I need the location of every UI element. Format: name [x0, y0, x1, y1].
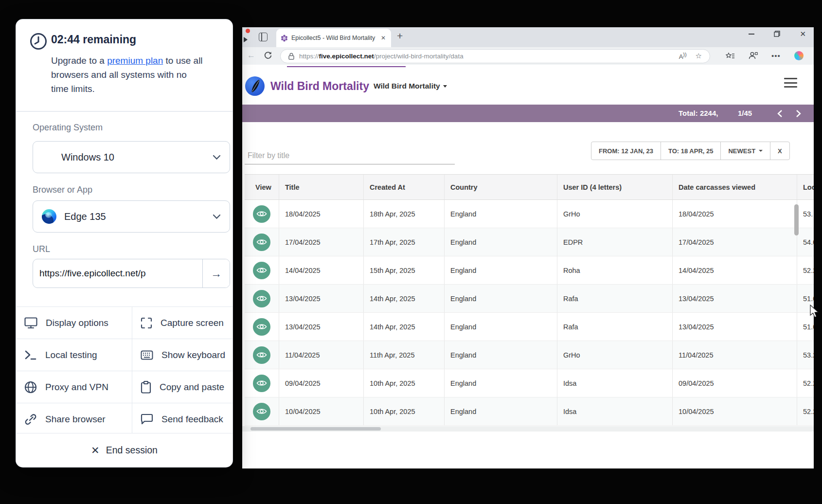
title-cell: 11/04/2025 [279, 341, 363, 369]
location-cell: 53.2 [797, 341, 814, 369]
table-row: 14/04/202515th Apr, 2025EnglandRoha14/04… [245, 256, 814, 285]
date-viewed-cell: 13/04/2025 [672, 285, 797, 312]
created-at-cell: 14th Apr, 2025 [363, 285, 444, 312]
sort-newest-button[interactable]: NEWEST [720, 142, 770, 160]
project-menu[interactable]: Wild Bird Mortality [374, 82, 447, 90]
keyboard-icon [141, 350, 153, 360]
profile-icon[interactable] [749, 52, 758, 60]
refresh-icon[interactable] [264, 51, 272, 60]
display-options-button[interactable]: Display options [16, 307, 132, 339]
eye-icon [256, 238, 267, 246]
view-entry-button[interactable] [253, 205, 270, 223]
upgrade-text: Upgrade to a premium plan to use all bro… [51, 54, 205, 96]
filter-from-button[interactable]: FROM: 12 JAN, 23 [591, 142, 661, 160]
link-icon [24, 413, 37, 426]
filter-by-title-input[interactable] [245, 141, 455, 164]
view-entry-button[interactable] [253, 318, 270, 336]
horizontal-scrollbar-thumb[interactable] [250, 427, 381, 431]
epicollect-logo[interactable] [245, 76, 265, 96]
table-row: 10/04/202510th Apr, 2025EnglandIdsa10/04… [245, 397, 814, 426]
browser-select[interactable]: Edge 135 [33, 200, 230, 233]
site-header: Wild Bird Mortality Wild Bird Mortality [245, 71, 447, 101]
view-entry-button[interactable] [253, 375, 270, 392]
end-session-button[interactable]: ✕ End session [16, 433, 232, 467]
table-row: 13/04/202514th Apr, 2025EnglandRafa13/04… [245, 313, 814, 341]
mouse-cursor [809, 305, 820, 318]
os-value: Windows 10 [61, 152, 205, 163]
globe-icon [24, 381, 37, 394]
created-at-cell: 17th Apr, 2025 [363, 228, 444, 256]
user-id-cell: Rafa [557, 313, 672, 341]
chat-icon [141, 414, 153, 425]
proxy-vpn-button[interactable]: Proxy and VPN [16, 371, 132, 403]
title-cell: 13/04/2025 [279, 313, 363, 341]
date-viewed-cell: 10/04/2025 [672, 397, 797, 425]
browser-toolbar: ← https://five.epicollect.net/project/wi… [242, 47, 814, 65]
url-input-row: → [33, 259, 230, 288]
clock-icon [29, 32, 48, 51]
eye-icon [256, 295, 267, 302]
session-actions-grid: Display options Capture screen Local tes… [16, 306, 232, 435]
local-testing-button[interactable]: Local testing [16, 339, 132, 371]
close-button[interactable]: ✕ [800, 30, 806, 37]
browser-tab[interactable]: Epicollect5 - Wild Bird Mortality ✕ [276, 29, 391, 47]
restore-button[interactable] [774, 31, 780, 37]
view-cell [245, 341, 279, 369]
copy-paste-button[interactable]: Copy and paste [132, 371, 232, 403]
copilot-icon[interactable] [794, 51, 804, 60]
new-tab-button[interactable]: + [397, 30, 403, 42]
chevron-down-icon [759, 150, 763, 152]
created-at-cell: 11th Apr, 2025 [363, 341, 444, 369]
view-entry-button[interactable] [253, 403, 270, 420]
feather-icon [245, 76, 265, 96]
title-cell: 13/04/2025 [279, 285, 363, 312]
settings-more-icon[interactable]: ••• [771, 52, 781, 60]
view-entry-button[interactable] [253, 262, 270, 279]
view-entry-button[interactable] [253, 234, 270, 251]
premium-plan-link[interactable]: premium plan [107, 55, 163, 66]
country-cell: England [444, 228, 557, 256]
go-arrow-button[interactable]: → [202, 259, 230, 288]
location-cell: 52.2 [797, 256, 814, 284]
clipboard-icon [141, 381, 151, 394]
tab-close-icon[interactable]: ✕ [380, 35, 387, 41]
url-input[interactable] [33, 259, 202, 288]
os-select[interactable]: Windows 10 [33, 141, 230, 173]
next-page-button[interactable] [793, 108, 804, 119]
horizontal-scrollbar[interactable] [242, 426, 814, 432]
favorites-hub-icon[interactable] [726, 52, 735, 60]
column-header-location: Loc [797, 175, 814, 199]
user-id-cell: GrHo [557, 200, 672, 228]
back-icon[interactable]: ← [247, 51, 255, 60]
table-row: 11/04/202511th Apr, 2025EnglandGrHo11/04… [245, 341, 814, 369]
favorite-star-icon[interactable]: ☆ [696, 52, 702, 60]
filter-to-button[interactable]: TO: 18 APR, 25 [661, 142, 721, 160]
eye-icon [256, 210, 267, 217]
share-browser-button[interactable]: Share browser [16, 403, 132, 435]
country-cell: England [444, 256, 557, 284]
address-bar[interactable]: https://five.epicollect.net/project/wild… [280, 49, 710, 63]
minimize-button[interactable] [749, 34, 754, 35]
user-id-cell: Rafa [557, 285, 672, 312]
menu-hamburger-icon[interactable] [784, 78, 797, 88]
tab-workspaces-icon[interactable] [259, 33, 268, 41]
data-toolbar: Total: 2244, 1/45 [242, 105, 814, 122]
show-keyboard-button[interactable]: Show keyboard [132, 339, 232, 371]
capture-screen-button[interactable]: Capture screen [132, 307, 232, 339]
clear-filters-button[interactable]: X [770, 142, 790, 160]
view-entry-button[interactable] [253, 290, 270, 307]
column-header-country: Country [444, 175, 557, 199]
vertical-scrollbar-thumb[interactable] [794, 204, 799, 235]
view-cell [245, 369, 279, 397]
created-at-cell: 10th Apr, 2025 [363, 397, 444, 425]
total-count: Total: 2244, [679, 109, 718, 117]
prev-page-button[interactable] [774, 108, 785, 119]
send-feedback-button[interactable]: Send feedback [132, 403, 232, 435]
url-text: https://five.epicollect.net/project/wild… [299, 53, 674, 60]
read-aloud-icon[interactable]: A)) [679, 52, 687, 60]
created-at-cell: 15th Apr, 2025 [363, 256, 444, 284]
table-row: 18/04/202518th Apr, 2025EnglandGrHo18/04… [245, 200, 814, 228]
chevron-down-icon [213, 155, 221, 160]
screen: Epicollect5 - Wild Bird Mortality ✕ + ✕ … [0, 0, 822, 504]
view-entry-button[interactable] [253, 346, 270, 364]
